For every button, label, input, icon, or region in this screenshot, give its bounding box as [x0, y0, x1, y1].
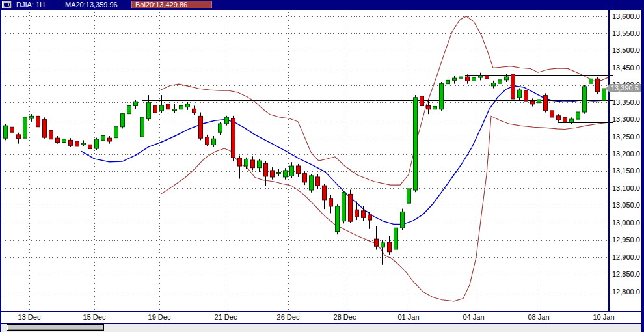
- horizontal-scrollbar[interactable]: [0, 324, 644, 332]
- header-bar: DJIA: 1H MA20:13,359.96 Bol20:13,429.86: [0, 0, 644, 10]
- y-axis-label: 13,350.0: [612, 98, 640, 106]
- y-axis-label: 12,800.0: [612, 288, 640, 296]
- axis-divider: [608, 10, 610, 311]
- header-separator: [60, 1, 60, 8]
- y-axis-label: 13,250.0: [612, 133, 640, 141]
- x-axis-label: 13 Dec: [11, 313, 47, 321]
- y-axis-label: 13,050.0: [612, 201, 640, 209]
- scrollbar-separator: [0, 323, 644, 324]
- level-tick: [610, 100, 613, 101]
- bol20-legend-label: Bol20:13,429.86: [135, 1, 187, 9]
- level-tick: [610, 122, 613, 123]
- candlestick-mini-icon: [4, 3, 10, 7]
- symbol-interval-label: DJIA: 1H: [16, 0, 45, 9]
- x-axis-label: 26 Dec: [270, 313, 306, 321]
- x-axis-label: 04 Jan: [455, 313, 492, 321]
- x-axis-label: 08 Jan: [520, 313, 557, 321]
- last-price-value: 13,390.5: [611, 84, 639, 92]
- window-border-left: [0, 0, 1, 332]
- scrollbar-thumb[interactable]: [7, 324, 104, 331]
- ma20-legend-label: MA20:13,359.96: [65, 0, 118, 9]
- y-axis-label: 13,000.0: [612, 219, 640, 227]
- y-axis: 13,600.013,550.013,500.013,450.013,400.0…: [610, 10, 641, 311]
- chart-plot-area: [0, 10, 610, 311]
- window-border-right: [641, 0, 644, 332]
- x-axis-label: 28 Dec: [327, 313, 363, 321]
- level-tick: [610, 75, 613, 76]
- y-axis-label: 12,850.0: [612, 270, 640, 278]
- y-axis-label: 12,900.0: [612, 253, 640, 261]
- x-axis-label: 19 Dec: [141, 313, 178, 321]
- y-axis-label: 13,550.0: [612, 29, 640, 37]
- candlestick-canvas[interactable]: [0, 10, 610, 311]
- x-axis-label: 10 Jan: [585, 313, 622, 321]
- chart-window-icon[interactable]: [2, 1, 12, 8]
- x-axis-label: 21 Dec: [208, 313, 244, 321]
- x-axis: 13 Dec15 Dec19 Dec21 Dec26 Dec28 Dec01 J…: [0, 311, 644, 323]
- y-axis-label: 12,950.0: [612, 236, 640, 243]
- x-axis-label: 01 Jan: [390, 313, 427, 321]
- x-axis-label: 15 Dec: [76, 313, 113, 321]
- y-axis-label: 13,450.0: [612, 64, 640, 72]
- last-price-tag: 13,390.5: [610, 84, 643, 92]
- y-axis-label: 13,600.0: [612, 12, 640, 20]
- y-axis-label: 13,150.0: [612, 167, 640, 174]
- y-axis-label: 13,500.0: [612, 46, 640, 54]
- y-axis-label: 13,100.0: [612, 184, 640, 192]
- y-axis-label: 13,300.0: [612, 115, 640, 123]
- y-axis-label: 13,200.0: [612, 150, 640, 158]
- chart-window: DJIA: 1H MA20:13,359.96 Bol20:13,429.86 …: [0, 0, 644, 332]
- bol20-legend-badge: Bol20:13,429.86: [131, 1, 212, 8]
